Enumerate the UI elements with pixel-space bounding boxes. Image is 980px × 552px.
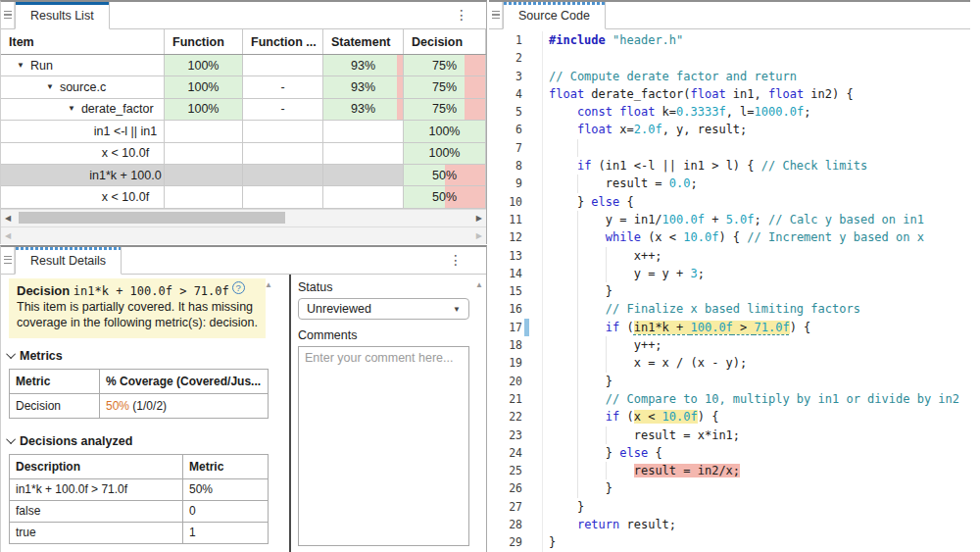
coverage-pct: 50% bbox=[106, 399, 129, 413]
table-row[interactable]: ▼derate_factor100%-93%75% bbox=[1, 99, 486, 121]
code-token: // Increment y based on x bbox=[747, 230, 924, 244]
result-kind-label: Decision bbox=[17, 283, 70, 298]
status-dropdown[interactable]: Unreviewed ▼ bbox=[298, 298, 469, 320]
indent-guide bbox=[577, 462, 578, 479]
line-number: 21 bbox=[489, 390, 522, 408]
code-text: } bbox=[542, 479, 970, 497]
code-line: 13 x++; bbox=[489, 247, 970, 265]
results-hscrollbar-secondary[interactable]: ◀ ▶ bbox=[1, 226, 486, 244]
section-collapse-chevron-icon bbox=[6, 434, 16, 444]
table-row[interactable]: ▼Run100%93%75% bbox=[1, 55, 486, 76]
column-header[interactable]: Function ... bbox=[243, 29, 323, 54]
coverage-cell: 75% bbox=[404, 76, 486, 97]
code-token: (in1 <-l || in1 > l) { bbox=[591, 159, 760, 173]
scroll-up-icon[interactable]: ▲ bbox=[475, 280, 483, 289]
table-row[interactable]: x < 10.0f50% bbox=[1, 186, 486, 208]
code-text: if (in1 <-l || in1 > l) { // Check limit… bbox=[542, 157, 970, 175]
table-row[interactable]: in1*k + 100.050% bbox=[1, 165, 486, 186]
code-line: 24 } else { bbox=[489, 444, 970, 462]
code-text: const float k=0.3333f, l=1000.0f; bbox=[542, 103, 970, 121]
code-token: y = y + bbox=[549, 267, 691, 280]
code-token: ; bbox=[804, 105, 810, 119]
coverage-highlight[interactable]: x < bbox=[634, 410, 662, 424]
code-token: 3 bbox=[691, 267, 698, 280]
comments-input[interactable] bbox=[298, 346, 469, 546]
coverage-highlight[interactable]: 10.0f bbox=[662, 410, 698, 424]
coverage-highlight[interactable]: 100.0f bbox=[691, 321, 733, 334]
code-token: 0.3333f bbox=[676, 105, 726, 119]
column-header[interactable]: Statement bbox=[323, 29, 404, 54]
metrics-section-header[interactable]: Metrics bbox=[9, 349, 273, 363]
code-line: 17 if (in1*k + 100.0f > 71.0f) { bbox=[489, 319, 970, 336]
code-token: 0.0 bbox=[669, 176, 691, 190]
scroll-up-icon[interactable]: ▲ bbox=[265, 280, 272, 289]
kebab-menu-icon[interactable]: ⋮ bbox=[455, 7, 468, 23]
line-number: 22 bbox=[489, 408, 522, 426]
coverage-cell bbox=[243, 121, 323, 141]
code-token: } bbox=[549, 195, 591, 209]
table-row[interactable]: x < 10.0f100% bbox=[1, 143, 486, 165]
status-value: Unreviewed bbox=[307, 302, 371, 316]
code-line: 11 y = in1/100.0f + 5.0f; // Calc y base… bbox=[489, 211, 970, 228]
scroll-right-icon[interactable]: ▶ bbox=[476, 231, 482, 240]
column-header[interactable]: Function bbox=[165, 29, 243, 54]
decisions-section-title: Decisions analyzed bbox=[20, 434, 132, 448]
item-label: in1 <-l || in1 bbox=[87, 125, 164, 138]
coverage-cell bbox=[165, 121, 243, 141]
scroll-left-icon[interactable]: ◀ bbox=[5, 231, 11, 240]
coverage-cell bbox=[243, 186, 323, 207]
column-header[interactable]: Decision bbox=[404, 29, 486, 54]
column-header[interactable]: Item bbox=[1, 29, 165, 54]
decisions-section-header[interactable]: Decisions analyzed bbox=[9, 434, 273, 448]
kebab-menu-icon[interactable]: ⋮ bbox=[449, 252, 463, 268]
code-token: float bbox=[619, 105, 655, 119]
line-marker-slot bbox=[524, 533, 529, 551]
coverage-highlight[interactable]: > bbox=[733, 321, 755, 334]
comments-label: Comments bbox=[298, 328, 469, 342]
code-text: if (in1*k + 100.0f > 71.0f) { bbox=[542, 319, 970, 336]
scroll-left-icon[interactable]: ◀ bbox=[5, 214, 11, 223]
line-number: 28 bbox=[489, 516, 522, 533]
tab-source-code[interactable]: Source Code bbox=[503, 2, 606, 29]
panel-grip-icon[interactable] bbox=[489, 2, 503, 28]
hscroll-thumb[interactable] bbox=[19, 212, 285, 224]
code-line: 7 bbox=[489, 139, 970, 157]
code-token: } bbox=[549, 446, 619, 460]
code-text: result = 0.0; bbox=[542, 175, 970, 192]
coverage-cell bbox=[323, 121, 404, 141]
line-number: 29 bbox=[489, 533, 522, 551]
scroll-right-icon[interactable]: ▶ bbox=[476, 214, 482, 223]
indent-guide bbox=[606, 354, 607, 372]
coverage-highlight[interactable]: result = in2/x; bbox=[634, 464, 740, 477]
line-marker-slot bbox=[524, 354, 529, 372]
item-label: source.c bbox=[60, 80, 106, 94]
code-text: } bbox=[542, 498, 970, 516]
code-token bbox=[549, 464, 634, 477]
coverage-highlight[interactable]: in1*k + bbox=[634, 321, 691, 334]
code-line: 5 const float k=0.3333f, l=1000.0f; bbox=[489, 103, 970, 121]
coverage-highlight[interactable]: 71.0f bbox=[755, 321, 790, 334]
code-text: } bbox=[542, 282, 970, 300]
tree-expand-icon[interactable]: ▼ bbox=[46, 83, 54, 91]
line-marker-slot bbox=[524, 336, 529, 354]
table-row[interactable]: in1 <-l || in1100% bbox=[1, 121, 486, 142]
tab-result-details[interactable]: Result Details bbox=[15, 247, 122, 275]
help-icon[interactable]: ? bbox=[232, 281, 245, 294]
coverage-cell: 93% bbox=[323, 99, 404, 120]
line-marker-slot bbox=[524, 49, 529, 67]
decisions-row: in1*k + 100.0f > 71.0f50% bbox=[10, 478, 269, 500]
panel-grip-icon[interactable] bbox=[1, 247, 15, 274]
code-token: // Finalize x based limiting factors bbox=[606, 302, 860, 316]
tree-expand-icon[interactable]: ▼ bbox=[17, 62, 24, 70]
results-hscrollbar[interactable]: ◀ ▶ bbox=[1, 209, 486, 226]
tab-results-list[interactable]: Results List bbox=[15, 2, 110, 29]
tree-expand-icon[interactable]: ▼ bbox=[68, 105, 75, 113]
table-row[interactable]: ▼source.c100%-93%75% bbox=[1, 76, 486, 98]
line-marker-slot bbox=[524, 103, 529, 121]
panel-grip-icon[interactable] bbox=[1, 2, 15, 28]
coverage-cell bbox=[243, 165, 323, 185]
line-number: 16 bbox=[489, 300, 522, 318]
code-text: } else { bbox=[542, 444, 970, 462]
code-token: return bbox=[577, 518, 619, 531]
line-marker-slot bbox=[524, 516, 529, 533]
